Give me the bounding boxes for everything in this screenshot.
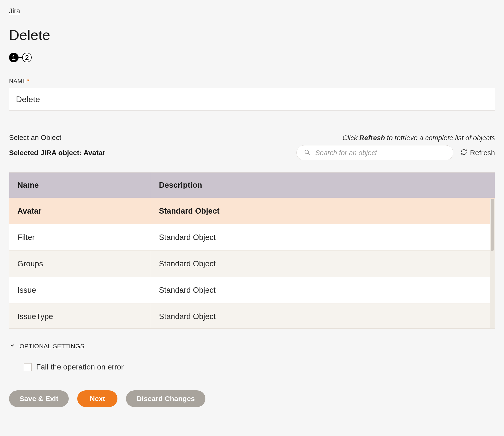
cell-name: IssueType xyxy=(9,303,151,329)
cell-name: Issue xyxy=(9,277,151,303)
refresh-icon xyxy=(460,149,467,157)
cell-name: Filter xyxy=(9,224,151,251)
selected-object-prefix: Selected JIRA object: xyxy=(9,149,82,157)
optional-settings-label: OPTIONAL SETTINGS xyxy=(19,343,84,350)
object-table-wrap: Name Description AvatarStandard ObjectFi… xyxy=(9,172,495,329)
selected-object-text: Selected JIRA object: Avatar xyxy=(9,149,105,157)
step-2: 2 xyxy=(22,53,32,62)
fail-on-error-label: Fail the operation on error xyxy=(36,363,124,371)
scroll-thumb[interactable] xyxy=(491,199,494,251)
save-and-exit-button[interactable]: Save & Exit xyxy=(9,390,69,407)
refresh-label: Refresh xyxy=(470,149,495,157)
refresh-hint-prefix: Click xyxy=(343,134,359,142)
cell-description: Standard Object xyxy=(151,303,495,329)
refresh-button[interactable]: Refresh xyxy=(460,149,495,157)
name-input[interactable] xyxy=(9,88,495,111)
required-mark: * xyxy=(27,78,29,85)
object-table: Name Description AvatarStandard ObjectFi… xyxy=(9,173,495,329)
discard-changes-button[interactable]: Discard Changes xyxy=(126,390,205,407)
table-scrollbar[interactable] xyxy=(490,199,495,328)
fail-on-error-checkbox[interactable] xyxy=(24,363,32,371)
name-label-text: NAME xyxy=(9,78,26,85)
table-row[interactable]: GroupsStandard Object xyxy=(9,251,495,277)
cell-name: Groups xyxy=(9,251,151,277)
table-row[interactable]: AvatarStandard Object xyxy=(9,198,495,224)
next-button[interactable]: Next xyxy=(77,390,117,407)
refresh-hint: Click Refresh to retrieve a complete lis… xyxy=(343,134,495,142)
table-row[interactable]: IssueStandard Object xyxy=(9,277,495,303)
name-label: NAME * xyxy=(9,78,495,85)
svg-point-0 xyxy=(305,150,308,154)
cell-description: Standard Object xyxy=(151,251,495,277)
breadcrumb-jira[interactable]: Jira xyxy=(9,7,20,15)
cell-description: Standard Object xyxy=(151,198,495,224)
cell-description: Standard Object xyxy=(151,277,495,303)
col-header-name[interactable]: Name xyxy=(9,173,151,198)
table-row[interactable]: FilterStandard Object xyxy=(9,224,495,251)
search-field[interactable] xyxy=(297,145,453,160)
optional-settings-toggle[interactable]: OPTIONAL SETTINGS xyxy=(9,342,495,350)
table-row[interactable]: IssueTypeStandard Object xyxy=(9,303,495,329)
step-line xyxy=(19,57,22,58)
refresh-hint-bold: Refresh xyxy=(359,134,385,142)
cell-name: Avatar xyxy=(9,198,151,224)
refresh-hint-suffix: to retrieve a complete list of objects xyxy=(385,134,495,142)
svg-line-1 xyxy=(308,153,309,155)
page-title: Delete xyxy=(9,27,495,43)
search-input[interactable] xyxy=(315,149,446,157)
chevron-down-icon xyxy=(9,342,15,350)
col-header-description[interactable]: Description xyxy=(151,173,495,198)
cell-description: Standard Object xyxy=(151,224,495,251)
search-icon xyxy=(304,149,310,157)
step-indicator: 1 2 xyxy=(9,53,495,62)
step-1: 1 xyxy=(9,53,19,62)
selected-object-value: Avatar xyxy=(84,149,105,157)
